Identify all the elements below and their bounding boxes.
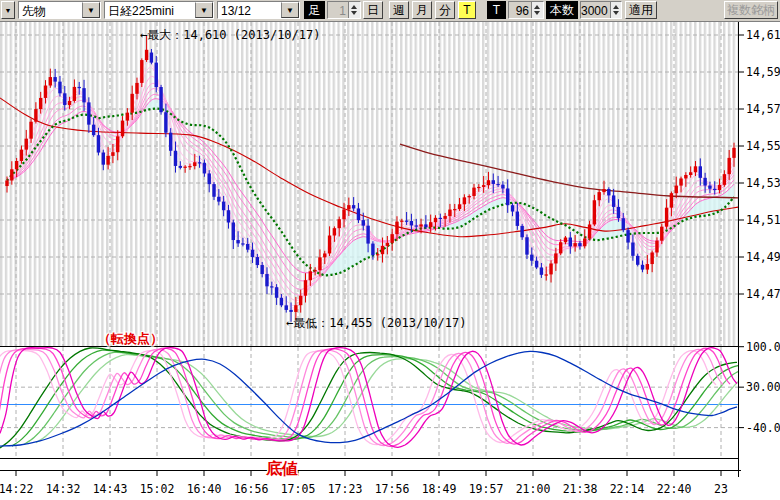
min-price-annotation: ←最低：14,455 (2013/10/17): [286, 316, 467, 330]
svg-text:100.00: 100.00: [746, 340, 780, 354]
tick-label: T: [487, 1, 506, 19]
svg-text:17:05: 17:05: [281, 482, 316, 496]
ashi-label: 足: [304, 1, 325, 19]
collapsed-combo-drop-button[interactable]: ▼: [1, 1, 15, 19]
spinner-updown-icon[interactable]: [610, 2, 621, 18]
period-day-button[interactable]: 日: [363, 1, 383, 19]
honsuu-label: 本数: [546, 1, 578, 19]
bar-count-value: 3000: [581, 2, 610, 18]
svg-text:14:22: 14:22: [0, 482, 33, 496]
chart-canvas: 14,61014,59014,57014,55014,53014,51014,4…: [0, 21, 780, 500]
ashi-interval-spinner[interactable]: 1: [327, 1, 361, 19]
svg-text:14,490: 14,490: [746, 250, 780, 264]
tick-count-spinner[interactable]: 96: [508, 1, 544, 19]
bottom-price-annotation: 底値: [266, 459, 298, 480]
svg-text:14:43: 14:43: [93, 482, 128, 496]
max-price-annotation: ←最大：14,610 (2013/10/17): [140, 28, 321, 42]
svg-text:14,590: 14,590: [746, 65, 780, 79]
svg-text:14,610: 14,610: [746, 28, 780, 42]
apply-button[interactable]: 適用: [625, 1, 657, 19]
period-minute-button[interactable]: 分: [435, 1, 455, 19]
svg-text:21:00: 21:00: [516, 482, 551, 496]
period-tick-button[interactable]: T: [458, 1, 476, 19]
period-month-button[interactable]: 月: [412, 1, 432, 19]
turning-point-annotation: （転換点）: [98, 330, 163, 348]
svg-text:21:38: 21:38: [563, 482, 598, 496]
svg-text:16:56: 16:56: [234, 482, 269, 496]
symbol-value: 日経225mini: [105, 2, 195, 18]
svg-text:18:49: 18:49: [422, 482, 457, 496]
svg-text:14,570: 14,570: [746, 102, 780, 116]
trading-chart-app: ▼ 先物 ▼ 日経225mini ▼ 13/12 ▼ 足 1 日 週 月 分 T…: [0, 0, 780, 500]
symbol-combo[interactable]: 日経225mini ▼: [104, 1, 214, 19]
svg-text:14,530: 14,530: [746, 176, 780, 190]
svg-text:14,470: 14,470: [746, 287, 780, 301]
bar-count-spinner[interactable]: 3000: [580, 1, 622, 19]
svg-text:14:32: 14:32: [46, 482, 81, 496]
chevron-down-icon[interactable]: ▼: [281, 2, 299, 18]
svg-text:17:56: 17:56: [375, 482, 410, 496]
svg-text:17:23: 17:23: [328, 482, 363, 496]
svg-text:14,510: 14,510: [746, 213, 780, 227]
svg-text:22:14: 22:14: [610, 482, 645, 496]
svg-text:15:02: 15:02: [140, 482, 175, 496]
instrument-type-value: 先物: [19, 2, 82, 18]
svg-text:22:40: 22:40: [657, 482, 692, 496]
svg-text:30.00: 30.00: [746, 380, 780, 394]
contract-month-value: 13/12: [218, 2, 281, 18]
svg-text:14,550: 14,550: [746, 139, 780, 153]
svg-text:19:57: 19:57: [469, 482, 504, 496]
contract-month-combo[interactable]: 13/12 ▼: [217, 1, 300, 19]
svg-text:16:40: 16:40: [187, 482, 222, 496]
svg-text:-40.00: -40.00: [746, 421, 780, 435]
tick-count-value: 96: [509, 2, 531, 18]
ashi-interval-value: 1: [328, 2, 348, 18]
spinner-updown-icon[interactable]: [348, 2, 360, 18]
toolbar: ▼ 先物 ▼ 日経225mini ▼ 13/12 ▼ 足 1 日 週 月 分 T…: [0, 0, 780, 22]
chevron-down-icon[interactable]: ▼: [195, 2, 213, 18]
multi-symbol-button[interactable]: 複数銘柄: [724, 1, 778, 19]
instrument-type-combo[interactable]: 先物 ▼: [18, 1, 101, 19]
period-week-button[interactable]: 週: [389, 1, 409, 19]
svg-text:23: 23: [714, 482, 728, 496]
chevron-down-icon[interactable]: ▼: [82, 2, 100, 18]
spinner-updown-icon[interactable]: [531, 2, 543, 18]
